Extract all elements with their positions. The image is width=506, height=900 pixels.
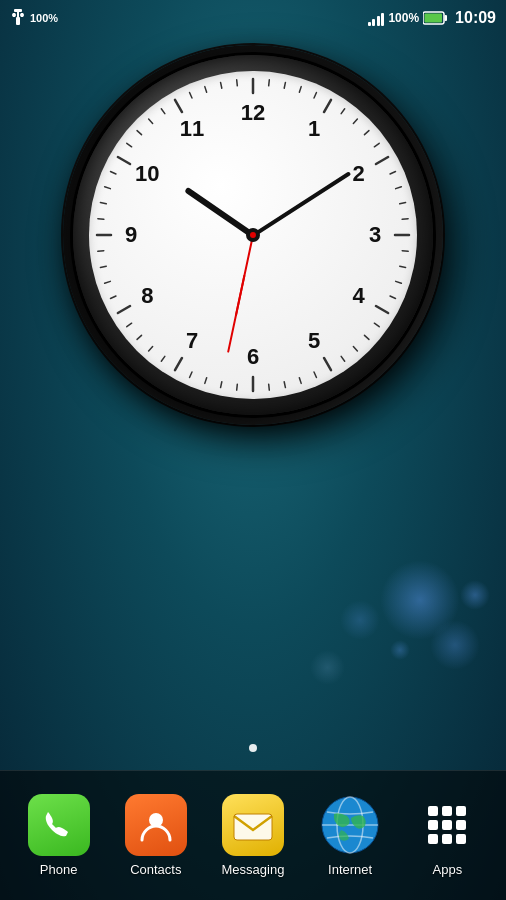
signal-bar-4 bbox=[381, 13, 384, 26]
clock-number-10: 10 bbox=[135, 161, 159, 187]
dock-item-internet[interactable]: Internet bbox=[305, 794, 395, 877]
apps-icon bbox=[422, 800, 472, 850]
internet-icon-bg bbox=[319, 794, 381, 856]
bokeh-6 bbox=[310, 650, 345, 685]
page-indicator bbox=[249, 744, 257, 752]
clock-number-6: 6 bbox=[247, 344, 259, 370]
bokeh-4 bbox=[460, 580, 490, 610]
dock-item-apps[interactable]: Apps bbox=[402, 794, 492, 877]
clock-number-2: 2 bbox=[353, 161, 365, 187]
dock-item-phone[interactable]: Phone bbox=[14, 794, 104, 877]
svg-rect-85 bbox=[456, 834, 466, 844]
apps-label: Apps bbox=[433, 862, 463, 877]
clock-number-12: 12 bbox=[241, 100, 265, 126]
battery-pct: 100% bbox=[388, 11, 419, 25]
clock-number-3: 3 bbox=[369, 222, 381, 248]
bokeh-3 bbox=[340, 600, 380, 640]
svg-rect-81 bbox=[442, 820, 452, 830]
signal-bar-2 bbox=[372, 19, 375, 26]
messaging-icon-bg bbox=[222, 794, 284, 856]
usb-icon bbox=[10, 9, 26, 27]
dock-item-messaging[interactable]: Messaging bbox=[208, 794, 298, 877]
clock-number-8: 8 bbox=[141, 283, 153, 309]
bokeh-5 bbox=[390, 640, 410, 660]
svg-rect-9 bbox=[425, 14, 443, 23]
clock-face: 121234567891011 bbox=[89, 71, 417, 399]
internet-icon bbox=[319, 794, 381, 856]
svg-rect-80 bbox=[428, 820, 438, 830]
center-dot bbox=[246, 228, 260, 242]
svg-rect-0 bbox=[16, 17, 20, 25]
status-right: 100% 10:09 bbox=[368, 9, 496, 27]
contacts-icon-bg bbox=[125, 794, 187, 856]
page-dot-active bbox=[249, 744, 257, 752]
svg-rect-77 bbox=[428, 806, 438, 816]
battery-icon bbox=[423, 11, 447, 25]
messaging-icon bbox=[232, 808, 274, 842]
contacts-label: Contacts bbox=[130, 862, 181, 877]
clock-number-11: 11 bbox=[180, 116, 204, 142]
clock-number-9: 9 bbox=[125, 222, 137, 248]
clock-number-7: 7 bbox=[186, 328, 198, 354]
clock-widget[interactable]: 121234567891011 bbox=[73, 55, 433, 415]
clock-number-1: 1 bbox=[308, 116, 320, 142]
messaging-label: Messaging bbox=[222, 862, 285, 877]
dock-item-contacts[interactable]: Contacts bbox=[111, 794, 201, 877]
internet-label: Internet bbox=[328, 862, 372, 877]
svg-rect-79 bbox=[456, 806, 466, 816]
signal-bar-3 bbox=[377, 16, 380, 26]
signal-bar-1 bbox=[368, 22, 371, 26]
signal-bars bbox=[368, 10, 385, 26]
status-bar: 100% 100% 10:09 bbox=[0, 0, 506, 36]
svg-rect-1 bbox=[14, 9, 22, 12]
status-left: 100% bbox=[10, 9, 58, 27]
apps-icon-bg bbox=[416, 794, 478, 856]
svg-rect-78 bbox=[442, 806, 452, 816]
status-time: 10:09 bbox=[455, 9, 496, 27]
phone-label: Phone bbox=[40, 862, 78, 877]
phone-icon bbox=[40, 806, 78, 844]
svg-rect-71 bbox=[234, 814, 272, 840]
center-dot-inner bbox=[250, 232, 256, 238]
svg-rect-84 bbox=[442, 834, 452, 844]
svg-rect-82 bbox=[456, 820, 466, 830]
contacts-icon bbox=[137, 806, 175, 844]
svg-rect-83 bbox=[428, 834, 438, 844]
bokeh-2 bbox=[430, 620, 480, 670]
charge-label: 100% bbox=[30, 12, 58, 24]
clock-number-5: 5 bbox=[308, 328, 320, 354]
dock: Phone Contacts Messaging bbox=[0, 770, 506, 900]
phone-icon-bg bbox=[28, 794, 90, 856]
svg-rect-8 bbox=[445, 15, 448, 21]
clock-number-4: 4 bbox=[353, 283, 365, 309]
